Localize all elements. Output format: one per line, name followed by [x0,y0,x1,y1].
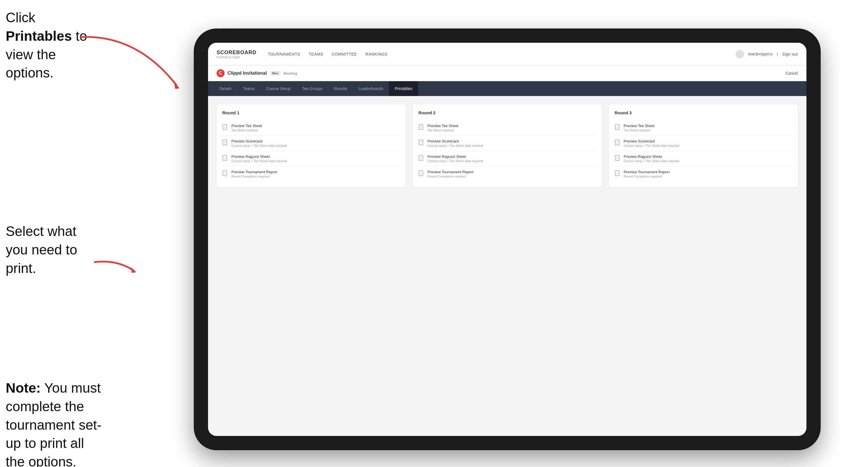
cancel-button[interactable]: Cancel [785,71,798,75]
tournament-name-area: C Clippd Invitational Men Hosting [217,69,297,77]
svg-marker-1 [131,267,136,273]
round-3-tournament-report[interactable]: Preview Tournament Report Round Completi… [615,166,792,182]
round-3-scorecard-sub: Course setup + Tee Sheet data required [624,144,792,147]
round-2-scorecard-sub: Course setup + Tee Sheet data required [428,144,596,147]
tab-course-setup[interactable]: Course Setup [260,81,297,96]
round-2-scorecard-label: Preview Scorecard [428,139,596,143]
round-3-tee-sheet[interactable]: Preview Tee Sheet Tee Sheet required [615,120,792,136]
nav-teams[interactable]: TEAMS [309,51,323,58]
svg-marker-0 [174,81,180,89]
tab-leaderboards[interactable]: Leaderboards [353,81,389,96]
round-2-tournament-report[interactable]: Preview Tournament Report Round Completi… [418,166,596,182]
print-icon-r2-3 [418,155,424,162]
round-3-raguzzi-sub: Course setup + Tee Sheet data required [624,159,792,163]
svg-rect-2 [223,125,227,130]
round-3-report-label: Preview Tournament Report [624,170,792,174]
round-3-raguzzi-label: Preview Raguzzi Sheet [624,154,792,159]
round-3-scorecard[interactable]: Preview Scorecard Course setup + Tee She… [615,136,792,151]
round-1-report-sub: Round Completion required [231,175,400,178]
round-2-raguzzi[interactable]: Preview Raguzzi Sheet Course setup + Tee… [418,151,596,166]
print-icon-r3-1 [615,124,620,131]
nav-rankings[interactable]: RANKINGS [366,51,388,58]
tab-teams[interactable]: Teams [237,81,260,96]
svg-rect-18 [419,125,423,130]
tournament-header: C Clippd Invitational Men Hosting Cancel [208,65,806,81]
arrow-middle [77,248,148,285]
round-3-tee-sheet-label: Preview Tee Sheet [624,124,792,128]
print-icon-r1-2 [222,139,228,147]
round-2-raguzzi-sub: Course setup + Tee Sheet data required [428,159,596,163]
round-2-tee-sheet-sub: Tee Sheet required [428,128,596,132]
tournament-logo: C [217,69,224,77]
svg-rect-34 [615,125,619,130]
round-3-raguzzi[interactable]: Preview Raguzzi Sheet Course setup + Tee… [615,151,792,166]
round-1-raguzzi-text: Preview Raguzzi Sheet Course setup + Tee… [231,154,400,163]
svg-rect-22 [419,140,423,145]
round-1-scorecard-text: Preview Scorecard Course setup + Tee She… [231,139,400,147]
round-1-raguzzi[interactable]: Preview Raguzzi Sheet Course setup + Tee… [222,151,400,166]
tablet-frame: SCOREBOARD Powered by clippd TOURNAMENTS… [194,29,821,450]
round-2-title: Round 2 [418,110,596,115]
round-1-report-text: Preview Tournament Report Round Completi… [231,170,400,178]
svg-rect-14 [223,171,227,176]
round-1-tournament-report[interactable]: Preview Tournament Report Round Completi… [222,166,400,182]
print-icon-r1-3 [222,155,228,162]
separator: | [777,52,778,56]
svg-rect-10 [223,155,227,160]
tab-details[interactable]: Details [214,81,237,96]
svg-rect-46 [615,171,619,176]
round-1-report-label: Preview Tournament Report [231,170,400,174]
instruction-middle-text: Select what you need to print. [6,224,77,276]
round-3-scorecard-label: Preview Scorecard [624,139,792,143]
tablet-screen: SCOREBOARD Powered by clippd TOURNAMENTS… [208,43,806,436]
tab-tee-groups[interactable]: Tee Groups [297,81,328,96]
round-2-report-text: Preview Tournament Report Round Completi… [428,170,596,178]
print-icon-r2-2 [418,139,424,147]
round-3-tee-sheet-sub: Tee Sheet required [624,128,792,132]
round-3-tee-sheet-text: Preview Tee Sheet Tee Sheet required [624,124,792,132]
tab-printables[interactable]: Printables [389,81,418,96]
round-3-title: Round 3 [615,110,792,115]
round-2-scorecard[interactable]: Preview Scorecard Course setup + Tee She… [418,136,596,151]
round-1-tee-sheet-text: Preview Tee Sheet Tee Sheet required [231,124,400,132]
round-2-raguzzi-text: Preview Raguzzi Sheet Course setup + Tee… [428,154,596,163]
round-2-tee-sheet[interactable]: Preview Tee Sheet Tee Sheet required [418,120,596,136]
round-1-scorecard-sub: Course setup + Tee Sheet data required [231,144,400,147]
nav-right: blair@clippd.io | Sign out [736,50,798,58]
logo-area: SCOREBOARD Powered by clippd [217,50,256,59]
note-bold: Note: [6,380,41,396]
round-2-tee-sheet-text: Preview Tee Sheet Tee Sheet required [428,124,596,132]
round-1-raguzzi-label: Preview Raguzzi Sheet [231,154,400,159]
print-icon-r3-4 [615,170,620,177]
tournament-title: Clippd Invitational [227,71,267,76]
nav-committee[interactable]: COMMITTEE [332,51,357,58]
avatar [736,50,744,58]
arrow-top [57,29,199,100]
round-2-section: Round 2 Preview Tee Sheet Tee Sheet requ… [413,104,601,187]
print-icon-r1-1 [222,124,228,131]
round-2-scorecard-text: Preview Scorecard Course setup + Tee She… [428,139,596,147]
round-1-scorecard[interactable]: Preview Scorecard Course setup + Tee She… [222,136,400,151]
print-icon-r2-1 [418,124,424,131]
round-1-title: Round 1 [222,110,400,115]
print-icon-r2-4 [418,170,424,177]
round-3-scorecard-text: Preview Scorecard Course setup + Tee She… [624,139,792,147]
tab-results[interactable]: Results [328,81,353,96]
tab-bar: Details Teams Course Setup Tee Groups Re… [208,81,806,96]
user-email: blair@clippd.io [748,52,773,56]
svg-rect-6 [223,140,227,145]
nav-tournaments[interactable]: TOURNAMENTS [268,51,300,58]
logo-title: SCOREBOARD [217,50,256,56]
round-2-tee-sheet-label: Preview Tee Sheet [428,124,596,128]
rounds-grid: Round 1 Preview Tee Sheet Tee Sheet requ… [217,104,798,187]
round-1-tee-sheet[interactable]: Preview Tee Sheet Tee Sheet required [222,120,400,136]
round-2-raguzzi-label: Preview Raguzzi Sheet [428,154,596,159]
print-icon-r3-3 [615,155,620,162]
svg-rect-42 [615,155,619,160]
svg-rect-26 [419,155,423,160]
sign-out-link[interactable]: Sign out [782,51,798,58]
main-content: Round 1 Preview Tee Sheet Tee Sheet requ… [208,96,806,436]
round-1-section: Round 1 Preview Tee Sheet Tee Sheet requ… [217,104,405,187]
tournament-category: Men [270,71,281,75]
print-icon-r3-2 [615,139,620,147]
